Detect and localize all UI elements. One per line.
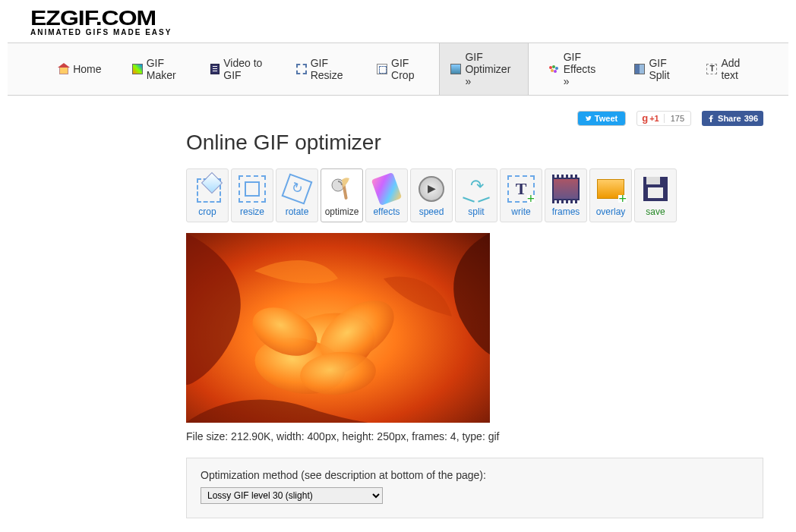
toolbar: crop resize rotate optimize effects spee… [186, 168, 763, 222]
nav-gif-optimizer[interactable]: GIF Optimizer » [439, 43, 528, 95]
twitter-icon [586, 115, 592, 122]
nav-label: GIF Split [649, 57, 676, 81]
tool-label: split [457, 206, 495, 217]
logo-link[interactable]: EZGIF.COM ANIMATED GIFS MADE EASY [30, 8, 766, 36]
write-icon: T [506, 174, 536, 204]
tool-label: write [502, 206, 540, 217]
nav-add-text[interactable]: T Add text [695, 43, 758, 95]
tweet-label: Tweet [595, 114, 618, 123]
tool-label: speed [412, 206, 450, 217]
opt-method-label: Optimization method (see description at … [201, 469, 749, 481]
gplus-count: 175 [664, 114, 690, 123]
frames-icon [551, 174, 581, 204]
tool-label: crop [188, 206, 226, 217]
resize-icon [237, 174, 267, 204]
nav-gif-effects[interactable]: GIF Effects » [536, 43, 615, 95]
tool-rotate[interactable]: rotate [276, 168, 318, 222]
nav-label: Add text [721, 57, 747, 81]
nav-gif-crop[interactable]: GIF Crop [365, 43, 431, 95]
tool-save[interactable]: save [634, 168, 677, 222]
header: EZGIF.COM ANIMATED GIFS MADE EASY [0, 0, 796, 42]
crop-icon [377, 63, 387, 75]
nav-label: GIF Effects » [564, 51, 604, 87]
tool-optimize[interactable]: optimize [321, 168, 363, 222]
tweet-button[interactable]: Tweet [577, 111, 626, 126]
effects-icon [548, 63, 560, 75]
opt-method-select[interactable]: Lossy GIF level 30 (slight) [201, 487, 383, 504]
tool-label: rotate [278, 206, 316, 217]
svg-point-2 [555, 67, 558, 70]
logo-main: EZGIF.COM [30, 9, 766, 27]
tool-frames[interactable]: frames [545, 168, 587, 222]
text-icon: T [706, 63, 717, 75]
fb-count: 396 [744, 114, 758, 123]
svg-point-1 [552, 65, 555, 68]
split-icon [634, 63, 645, 75]
home-icon [57, 63, 69, 75]
optimize-icon [450, 63, 461, 75]
svg-point-3 [551, 69, 554, 72]
effects-icon [371, 174, 402, 204]
tool-crop[interactable]: crop [186, 168, 229, 222]
resize-icon [296, 63, 307, 75]
tool-effects[interactable]: effects [365, 168, 408, 222]
svg-point-0 [549, 66, 552, 69]
rotate-icon [282, 174, 312, 204]
nav-label: Home [73, 63, 101, 75]
gplus-icon: g [642, 112, 648, 124]
optimize-icon [327, 174, 357, 204]
tool-label: frames [547, 206, 585, 217]
save-icon [640, 174, 671, 204]
tool-speed[interactable]: speed [410, 168, 453, 222]
main-content: Tweet g+1 175 Share 396 Online GIF optim… [186, 111, 763, 532]
tool-label: overlay [592, 206, 630, 217]
tool-split[interactable]: ↷ split [455, 168, 498, 222]
tool-label: save [636, 206, 674, 217]
nav-home[interactable]: Home [46, 43, 112, 95]
split-icon: ↷ [461, 174, 491, 204]
file-info: File size: 212.90K, width: 400px, height… [186, 430, 763, 442]
gplus-button[interactable]: g+1 175 [636, 111, 691, 126]
fb-share-button[interactable]: Share 396 [702, 111, 763, 126]
tool-label: resize [233, 206, 271, 217]
nav-label: GIF Optimizer » [465, 51, 516, 87]
tool-label: effects [368, 206, 406, 217]
nav-label: Video to GIF [223, 57, 265, 81]
tool-overlay[interactable]: overlay [589, 168, 632, 222]
tool-write[interactable]: T write [500, 168, 542, 222]
nav-label: GIF Resize [311, 57, 346, 81]
video-icon [210, 63, 220, 75]
speed-icon [416, 174, 447, 204]
nav-label: GIF Crop [391, 57, 420, 81]
nav-gif-split[interactable]: GIF Split [623, 43, 687, 95]
nav-video-to-gif[interactable]: Video to GIF [199, 43, 276, 95]
maker-icon [132, 63, 143, 75]
overlay-icon [595, 174, 626, 204]
nav-label: GIF Maker [147, 57, 180, 81]
fb-label: Share [718, 114, 741, 123]
facebook-icon [707, 115, 715, 122]
main-nav: Home GIF Maker Video to GIF GIF Resize G… [8, 42, 788, 96]
gif-preview [186, 233, 490, 423]
share-row: Tweet g+1 175 Share 396 [186, 111, 763, 126]
svg-point-4 [554, 70, 557, 73]
tool-resize[interactable]: resize [231, 168, 273, 222]
nav-gif-maker[interactable]: GIF Maker [121, 43, 191, 95]
optimization-panel: Optimization method (see description at … [186, 458, 763, 518]
nav-gif-resize[interactable]: GIF Resize [285, 43, 358, 95]
crop-icon [192, 174, 223, 204]
page-title: Online GIF optimizer [186, 131, 763, 155]
tool-label: optimize [323, 206, 361, 217]
